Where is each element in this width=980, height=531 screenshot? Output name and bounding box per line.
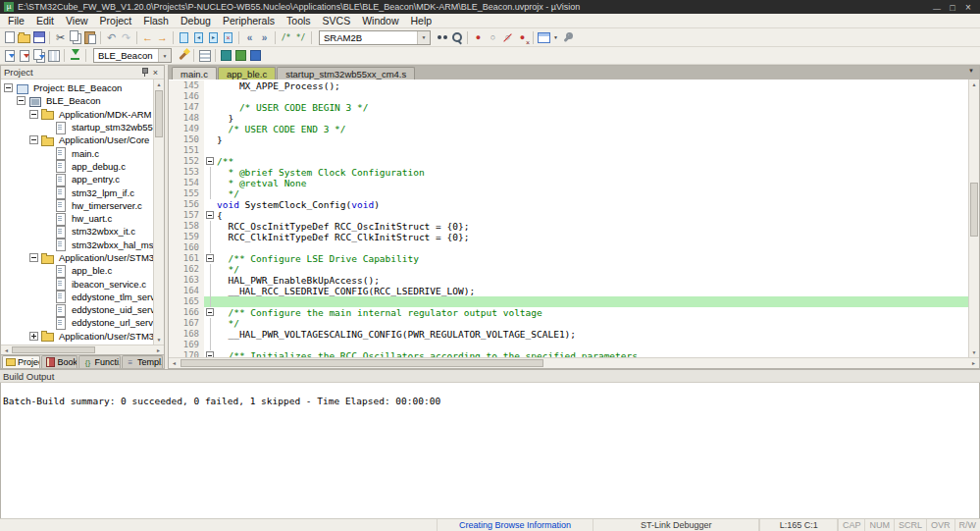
code-line[interactable]: 166 /** Configure the main internal regu…: [169, 307, 968, 318]
menu-item-flash[interactable]: Flash: [137, 15, 175, 27]
indent-more-icon[interactable]: »: [257, 30, 272, 45]
code-line[interactable]: 154 * @retval None: [169, 178, 968, 188]
maximize-button[interactable]: [945, 0, 960, 15]
code-line[interactable]: 156void SystemClock_Config(void): [169, 199, 968, 210]
find-combo[interactable]: SRAM2B: [319, 30, 431, 45]
code-line[interactable]: 157{: [169, 210, 968, 221]
window-layout-icon[interactable]: [537, 30, 551, 45]
scroll-down-icon[interactable]: [154, 335, 164, 345]
editor-tab-startup-stm32wb55xx-cm4-s[interactable]: startup_stm32wb55xx_cm4.s: [277, 67, 415, 80]
fold-collapse-icon[interactable]: [206, 254, 214, 262]
tree-item[interactable]: hw_uart.c: [1, 212, 153, 225]
title-bar[interactable]: E:\STM32Cube_FW_WB_V1.20.0\Projects\P-NU…: [0, 0, 980, 14]
scroll-left-icon[interactable]: [1, 345, 12, 354]
target-combo-value[interactable]: BLE_Beacon: [94, 50, 158, 61]
tree-item[interactable]: main.c: [1, 146, 153, 159]
tree-item[interactable]: eddystone_url_service.c: [1, 316, 153, 329]
status-message[interactable]: Creating Browse Information: [438, 519, 593, 531]
code-line[interactable]: 153 * @brief System Clock Configuration: [169, 167, 968, 178]
panel-tab-books[interactable]: Books: [41, 355, 77, 368]
debug-start-icon[interactable]: [248, 48, 263, 63]
download-icon[interactable]: [68, 48, 82, 63]
pack-installer-icon[interactable]: [219, 48, 233, 63]
undo-icon[interactable]: ↶: [104, 30, 119, 45]
paste-icon[interactable]: [82, 30, 97, 45]
bp-kill-all-icon[interactable]: [515, 30, 530, 45]
menu-item-svcs[interactable]: SVCS: [317, 15, 357, 27]
copy-icon[interactable]: [68, 30, 82, 45]
scroll-down-icon[interactable]: [969, 347, 979, 357]
scroll-right-icon[interactable]: [153, 345, 164, 354]
tree-collapse-icon[interactable]: [29, 110, 38, 119]
target-combo[interactable]: BLE_Beacon: [93, 48, 172, 63]
open-icon[interactable]: [17, 30, 31, 45]
menu-item-project[interactable]: Project: [94, 15, 138, 27]
code-line[interactable]: 151: [169, 145, 968, 156]
indent-less-icon[interactable]: «: [242, 30, 257, 45]
tree-horizontal-scrollbar[interactable]: [1, 345, 164, 354]
find-combo-arrow-icon[interactable]: [417, 31, 430, 44]
code-line[interactable]: 152/**: [169, 156, 968, 167]
tree-item[interactable]: eddystone_uid_service.c: [1, 303, 153, 316]
bookmark-toggle-icon[interactable]: [177, 30, 191, 45]
fold-collapse-icon[interactable]: [206, 308, 214, 316]
cut-icon[interactable]: ✂: [53, 30, 68, 45]
tree-collapse-icon[interactable]: [4, 83, 13, 92]
tree-item[interactable]: Application/User/Core: [1, 133, 153, 146]
find-combo-value[interactable]: SRAM2B: [320, 32, 417, 43]
code-line[interactable]: 170 /** Initializes the RCC Oscillators …: [169, 350, 968, 357]
scroll-left-icon[interactable]: [169, 358, 180, 368]
tree-item[interactable]: Application/User/STM32_WPAN: [1, 251, 153, 264]
tree-collapse-icon[interactable]: [29, 135, 38, 144]
manage-rte-icon[interactable]: [233, 48, 248, 63]
menu-item-help[interactable]: Help: [405, 15, 438, 27]
close-button[interactable]: [960, 0, 976, 15]
tree-collapse-icon[interactable]: [29, 253, 38, 262]
target-combo-arrow-icon[interactable]: [158, 49, 171, 62]
code-line[interactable]: 145 MX_APPE_Process();: [169, 80, 968, 91]
code-line[interactable]: 167 */: [169, 318, 968, 329]
code-area[interactable]: 145 MX_APPE_Process();146147 /* USER COD…: [169, 80, 979, 357]
editor-tab-app-ble-c[interactable]: app_ble.c: [218, 67, 276, 80]
menu-item-window[interactable]: Window: [356, 15, 404, 27]
pin-icon[interactable]: [139, 67, 150, 78]
tree-item[interactable]: startup_stm32wb55xx_cm4.s: [1, 121, 153, 133]
tree-vertical-scrollbar[interactable]: [153, 80, 164, 345]
code-line[interactable]: 146: [169, 91, 968, 102]
code-line[interactable]: 155 */: [169, 188, 968, 199]
code-line[interactable]: 148 }: [169, 113, 968, 124]
editor-tab-main-c[interactable]: main.c: [172, 67, 217, 80]
target-options-icon[interactable]: [176, 48, 190, 63]
tree-collapse-icon[interactable]: [17, 96, 26, 105]
build-icon[interactable]: [17, 48, 31, 63]
minimize-button[interactable]: [929, 0, 945, 16]
menu-item-debug[interactable]: Debug: [175, 15, 217, 27]
panel-close-icon[interactable]: [150, 67, 161, 78]
code-line[interactable]: 168 __HAL_PWR_VOLTAGESCALING_CONFIG(PWR_…: [169, 329, 968, 340]
tree-item[interactable]: Project: BLE_Beacon: [1, 81, 153, 94]
code-line[interactable]: 158 RCC_OscInitTypeDef RCC_OscInitStruct…: [169, 221, 968, 232]
rebuild-icon[interactable]: [31, 48, 46, 63]
bp-disable-all-icon[interactable]: [500, 30, 515, 45]
tree-item[interactable]: Application/User/STM32_WPAN: [1, 330, 153, 343]
editor-horizontal-scrollbar[interactable]: [169, 357, 979, 368]
scroll-right-icon[interactable]: [968, 358, 979, 368]
build-output-panel[interactable]: Batch-Build summary: 0 succeeded, 0 fail…: [0, 383, 980, 518]
tree-item[interactable]: stm32wbxx_hal_msp.c: [1, 239, 153, 251]
code-line[interactable]: 162 */: [169, 264, 968, 275]
code-line[interactable]: 147 /* USER CODE BEGIN 3 */: [169, 102, 968, 113]
tree-expand-icon[interactable]: [29, 332, 38, 341]
code-line[interactable]: 150}: [169, 134, 968, 145]
editor-hscroll-thumb[interactable]: [181, 359, 543, 367]
code-line[interactable]: 149 /* USER CODE END 3 */: [169, 124, 968, 134]
bookmark-prev-icon[interactable]: [191, 30, 206, 45]
tree-item[interactable]: stm32wbxx_it.c: [1, 225, 153, 238]
code-line[interactable]: 163 HAL_PWR_EnableBkUpAccess();: [169, 275, 968, 286]
panel-tab-functions[interactable]: Functi...: [78, 355, 121, 368]
code-line[interactable]: 164 __HAL_RCC_LSEDRIVE_CONFIG(RCC_LSEDRI…: [169, 286, 968, 296]
panel-tab-templates[interactable]: Templ...: [122, 355, 163, 368]
menu-item-view[interactable]: View: [60, 15, 94, 27]
layout-arrow-icon[interactable]: ▼: [551, 30, 560, 45]
tab-list-dropdown-icon[interactable]: [968, 68, 974, 74]
tree-item[interactable]: BLE_Beacon: [1, 94, 153, 107]
